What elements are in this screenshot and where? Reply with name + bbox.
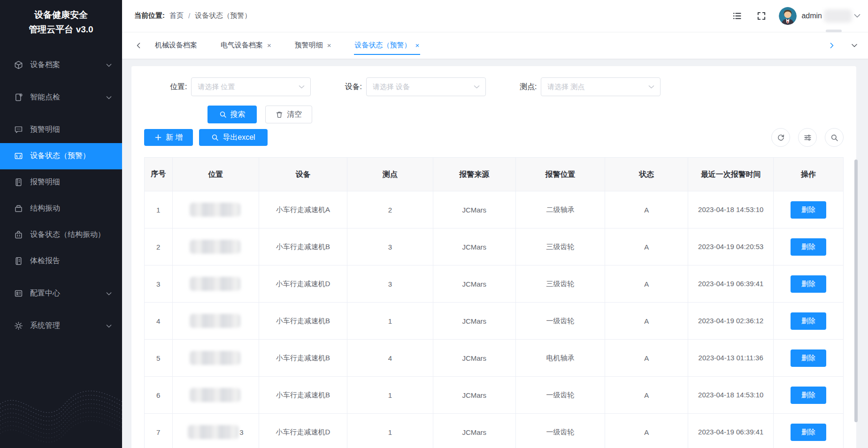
sidebar-item-label: 设备状态（预警）: [30, 151, 112, 161]
sidebar-item-label: 设备状态（结构振动）: [30, 230, 112, 240]
cell-device: 小车行走减速机B: [259, 228, 347, 266]
cell-location: [172, 191, 259, 228]
sidebar-item-warning-detail[interactable]: 预警明细: [0, 117, 122, 143]
point-select[interactable]: 请选择 测点: [541, 77, 661, 96]
fullscreen-icon[interactable]: [756, 11, 767, 21]
avatar-image: [779, 7, 797, 25]
header-status: 状态: [605, 158, 688, 191]
sidebar-item-label: 设备档案: [30, 60, 106, 70]
cell-point: 1: [347, 377, 433, 414]
sidebar-item-config-center[interactable]: 配置中心: [0, 281, 122, 307]
sidebar-item-structural-vibration[interactable]: 结构振动: [0, 196, 122, 222]
cell-device: 小车行走减速机B: [259, 340, 347, 377]
cell-last-alarm-time: 2023-04-18 14:53:10: [688, 377, 774, 414]
tabs-menu-chevron-icon[interactable]: [851, 42, 858, 49]
sidebar-item-alarm-detail[interactable]: 报警明细: [0, 169, 122, 196]
username[interactable]: admin: [801, 12, 822, 20]
redacted-location: [190, 388, 240, 402]
chevron-down-icon: [106, 63, 112, 67]
delete-button[interactable]: 删除: [791, 312, 826, 330]
search-icon: [830, 134, 838, 142]
sidebar: 设备健康安全 管理云平台 v3.0 设备档案 智能点检 预警明细 设备状态（预警…: [0, 0, 122, 448]
avatar[interactable]: [779, 7, 797, 25]
tab-warning-detail[interactable]: 预警明细 ×: [294, 36, 332, 55]
tabs-scroll-left-icon[interactable]: [135, 42, 142, 49]
breadcrumb-home-link[interactable]: 首页: [169, 11, 184, 20]
close-icon[interactable]: ×: [415, 42, 420, 49]
cell-location: [172, 228, 259, 266]
delete-button[interactable]: 删除: [791, 387, 826, 404]
cell-location: [172, 303, 259, 340]
location-select[interactable]: 请选择 位置: [191, 77, 311, 96]
refresh-button[interactable]: [771, 128, 790, 147]
delete-button[interactable]: 删除: [791, 424, 826, 441]
redacted-location: [190, 240, 240, 254]
table-header-row: 序号 位置 设备 测点 报警来源 报警位置 状态 最近一次报警时间 操作: [145, 158, 844, 191]
user-menu-chevron-icon[interactable]: [854, 14, 860, 18]
cell-location: [172, 266, 259, 303]
tab-equipment-status-warning[interactable]: 设备状态（预警） ×: [354, 36, 421, 55]
log-list-icon[interactable]: [732, 11, 742, 21]
tab-label: 电气设备档案: [221, 41, 263, 50]
cell-device: 小车行走减速机B: [259, 377, 347, 414]
cell-device: 小车行走减速机A: [259, 191, 347, 228]
device-select[interactable]: 请选择 设备: [366, 77, 486, 96]
sidebar-item-label: 预警明细: [30, 125, 112, 135]
search-icon: [219, 111, 227, 118]
sidebar-item-health-report[interactable]: 体检报告: [0, 248, 122, 274]
delete-button[interactable]: 删除: [791, 349, 826, 367]
sidebar-item-label: 报警明细: [30, 177, 112, 187]
delete-button[interactable]: 删除: [791, 275, 826, 293]
delete-button[interactable]: 删除: [791, 201, 826, 219]
search-button[interactable]: 搜索: [207, 106, 257, 123]
cell-status: A: [605, 414, 688, 448]
close-icon[interactable]: ×: [327, 42, 331, 49]
close-icon[interactable]: ×: [267, 42, 271, 49]
app-title-line2: 管理云平台 v3.0: [5, 22, 117, 37]
sidebar-item-equipment-archive[interactable]: 设备档案: [0, 52, 122, 78]
add-button[interactable]: 新 增: [144, 129, 193, 146]
sidebar-item-smart-inspection[interactable]: 智能点检: [0, 84, 122, 111]
column-filter-button[interactable]: [798, 128, 817, 147]
tab-mechanical-archive[interactable]: 机械设备档案: [154, 36, 198, 55]
filter-row: 位置: 请选择 位置 设备: 请选择 设备: [170, 77, 844, 96]
sidebar-item-equipment-status-warning[interactable]: 设备状态（预警）: [0, 143, 122, 169]
cell-location: [172, 340, 259, 377]
cell-point: 3: [347, 228, 433, 266]
header-point: 测点: [347, 158, 433, 191]
filter-label: 测点:: [520, 82, 537, 92]
redacted-location: [190, 203, 240, 217]
cell-index: 5: [145, 340, 173, 377]
cell-status: A: [605, 303, 688, 340]
tabbar-scroll-thumb[interactable]: [826, 30, 842, 32]
filter-label: 设备:: [345, 82, 361, 92]
table-search-button[interactable]: [825, 128, 844, 147]
app-root: 设备健康安全 管理云平台 v3.0 设备档案 智能点检 预警明细 设备状态（预警…: [0, 0, 868, 448]
cell-alarm-source: JCMars: [433, 377, 515, 414]
cell-status: A: [605, 377, 688, 414]
username-redacted: [824, 9, 852, 23]
tabs-scroll-right-icon[interactable]: [829, 42, 835, 49]
clear-button[interactable]: 清空: [265, 106, 312, 123]
export-excel-button[interactable]: 导出excel: [199, 129, 268, 146]
cell-index: 6: [145, 377, 173, 414]
archive-icon: [14, 204, 23, 213]
cell-last-alarm-time: 2023-04-13 01:11:36: [688, 340, 774, 377]
plus-icon: [154, 134, 162, 141]
header-alarm-source: 报警来源: [433, 158, 515, 191]
header-last-alarm-time: 最近一次报警时间: [688, 158, 774, 191]
sidebar-item-equipment-status-vibration[interactable]: 设备状态（结构振动）: [0, 222, 122, 248]
tab-electrical-archive[interactable]: 电气设备档案 ×: [220, 36, 272, 55]
tabbar: 机械设备档案 电气设备档案 × 预警明细 × 设备状态（预警） ×: [122, 32, 868, 59]
cell-alarm-position: 电机轴承: [515, 340, 605, 377]
monitor-icon: [14, 152, 23, 160]
page-scrollbar-thumb[interactable]: [854, 159, 858, 422]
select-placeholder: 请选择 位置: [198, 83, 299, 91]
table-row: 5 小车行走减速机B 4 JCMars 电机轴承 A 2023-04-13 01…: [145, 340, 844, 377]
sidebar-item-system-management[interactable]: 系统管理: [0, 313, 122, 339]
delete-button[interactable]: 删除: [791, 238, 826, 256]
chevron-down-icon: [299, 85, 305, 89]
sidebar-item-label: 系统管理: [30, 321, 106, 331]
inspection-icon: [14, 93, 23, 102]
trash-icon: [276, 111, 283, 118]
